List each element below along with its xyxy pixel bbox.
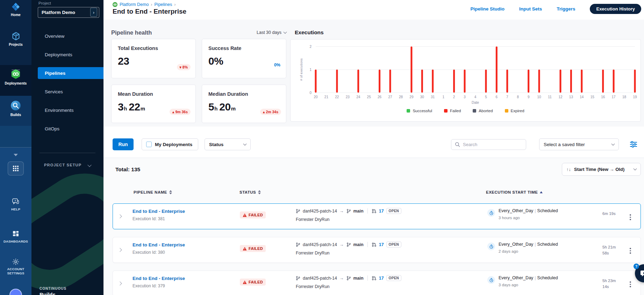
executions-list-section: Total: 135 ↑↓ Start Time (New → Old) PIP… (103, 158, 644, 295)
date-range-dropdown[interactable]: Last 30 days (257, 30, 286, 35)
rail-item-account-settings[interactable]: ACCOUNT SETTINGS (0, 258, 31, 275)
execution-row[interactable]: End to End - Enterprise Execution Id: 38… (113, 203, 641, 229)
pipeline-name-link[interactable]: End to End - Enterprise (133, 209, 185, 214)
project-name: Platform Demo (42, 10, 75, 15)
my-deployments-checkbox[interactable]: My Deployments (142, 138, 198, 150)
legend-item[interactable]: Successful (407, 109, 432, 113)
tab-execution-history[interactable]: Execution History (590, 4, 641, 14)
row-menu-button[interactable] (628, 280, 632, 289)
rail-collapse-chevron-icon[interactable] (14, 154, 18, 156)
column-label: EXECUTION START TIME (486, 190, 538, 194)
tab-pipeline-studio[interactable]: Pipeline Studio (470, 6, 505, 12)
search-input[interactable] (463, 142, 519, 147)
git-branch-icon (296, 276, 300, 281)
column-status[interactable]: STATUS (239, 190, 261, 194)
pipeline-name-link[interactable]: End to End - Enterprise (133, 276, 185, 281)
search-box[interactable] (451, 139, 526, 150)
nav-item-deployments[interactable]: Deployments (31, 49, 103, 60)
warning-icon (243, 213, 247, 217)
svg-text:15: 15 (591, 95, 595, 99)
dashboards-icon (12, 230, 20, 238)
failed-bar (581, 70, 582, 93)
tab-triggers[interactable]: Triggers (557, 6, 575, 12)
checkbox[interactable] (146, 142, 152, 147)
expand-chevron-icon[interactable] (118, 248, 122, 252)
sidebar-collapse-button[interactable]: › (90, 8, 97, 17)
pr-number-link[interactable]: 17 (379, 276, 384, 281)
rail-item-builds[interactable]: Builds (0, 100, 31, 117)
arrow-right-icon: → (339, 209, 344, 214)
column-pipeline-name[interactable]: PIPELINE NAME (134, 190, 172, 194)
warning-icon (243, 247, 247, 251)
execution-row[interactable]: End to End - Enterprise Execution Id: 37… (113, 271, 641, 295)
project-section-label: Project (38, 1, 51, 5)
status-filter-dropdown[interactable]: Status (205, 138, 251, 150)
tab-input-sets[interactable]: Input Sets (519, 6, 542, 12)
breadcrumb-pipelines[interactable]: Pipelines (155, 2, 172, 7)
card-mean-duration: Mean Duration 3h22m ▴ 9m 36s (111, 85, 196, 123)
failed-bar (538, 70, 540, 93)
start-time-cell: Every_Other_Day|Scheduled 2 days ago (487, 242, 558, 253)
rail-item-deployments[interactable]: Deployments (0, 69, 31, 86)
column-label: PIPELINE NAME (134, 190, 167, 194)
chevron-down-icon (243, 142, 247, 145)
failed-bar (496, 46, 498, 93)
module-grid-button[interactable] (8, 161, 24, 175)
nav-item-overview[interactable]: Overview (31, 30, 103, 42)
cd-module-icon (113, 2, 117, 7)
pr-number-link[interactable]: 17 (379, 209, 384, 214)
filter-settings-button[interactable] (629, 141, 638, 150)
target-branch[interactable]: main (353, 209, 364, 214)
pr-number-link[interactable]: 17 (379, 242, 384, 247)
pull-request-icon (372, 209, 377, 214)
separator: | (535, 275, 536, 280)
failed-bar (336, 70, 338, 93)
git-branch-icon (296, 209, 300, 214)
delta-arrow-icon: ▾ (180, 65, 181, 69)
column-execution-start-time[interactable]: EXECUTION START TIME (486, 190, 543, 194)
legend-item[interactable]: Aborted (473, 109, 493, 113)
saved-filter-dropdown[interactable]: Select a saved filter (539, 138, 619, 150)
rail-item-dashboards[interactable]: DASHBOARDS (0, 230, 31, 244)
svg-text:26: 26 (378, 95, 382, 99)
trigger-info: Forrester DryRun (296, 284, 401, 289)
delta-badge: ▴ 2m 34s (260, 109, 281, 115)
expand-chevron-icon[interactable] (118, 281, 122, 285)
row-menu-button[interactable] (628, 213, 632, 222)
separator (367, 275, 368, 281)
run-button[interactable]: Run (113, 138, 134, 150)
legend-item[interactable]: Expired (505, 109, 524, 113)
card-label: Success Rate (208, 45, 280, 51)
schedule-type: Scheduled (537, 242, 558, 247)
expand-chevron-icon[interactable] (118, 214, 122, 218)
target-branch[interactable]: main (353, 276, 364, 281)
rail-item-projects[interactable]: Projects (0, 31, 31, 47)
rail-item-home[interactable]: Home (0, 2, 31, 17)
project-setup-toggle[interactable]: PROJECT SETUP (44, 163, 81, 167)
nav-item-services[interactable]: Services (31, 86, 103, 98)
failed-bar (559, 70, 561, 93)
svg-text:14: 14 (580, 95, 584, 99)
legend-swatch (473, 109, 476, 113)
sliders-icon (629, 141, 638, 148)
nav-item-gitops[interactable]: GitOps (31, 123, 103, 135)
nav-item-pipelines[interactable]: Pipelines (38, 67, 103, 79)
row-menu-button[interactable] (628, 246, 632, 255)
build-info-cell: danf425-patch-14 → main 17 OPEN Forreste… (296, 275, 401, 289)
breadcrumb-project[interactable]: Platform Demo (120, 2, 149, 7)
duration-cell: 6m 19s (602, 211, 616, 217)
svg-text:2: 2 (453, 95, 455, 99)
legend-item[interactable]: Failed (444, 109, 461, 113)
target-branch[interactable]: main (353, 242, 364, 247)
nav-item-environments[interactable]: Environments (31, 104, 103, 116)
source-branch[interactable]: danf425-patch-14 (303, 276, 337, 281)
failed-bar (485, 70, 487, 93)
execution-row[interactable]: End to End - Enterprise Execution Id: 38… (113, 237, 641, 263)
svg-text:28: 28 (399, 95, 403, 99)
pipeline-name-link[interactable]: End to End - Enterprise (133, 242, 185, 247)
rail-item-help[interactable]: ? HELP (0, 198, 31, 211)
source-branch[interactable]: danf425-patch-14 (303, 242, 337, 247)
main-content: Platform Demo › Pipelines › End to End -… (103, 0, 644, 295)
source-branch[interactable]: danf425-patch-14 (303, 209, 337, 214)
sort-dropdown[interactable]: ↑↓ Start Time (New → Old) (562, 163, 641, 176)
